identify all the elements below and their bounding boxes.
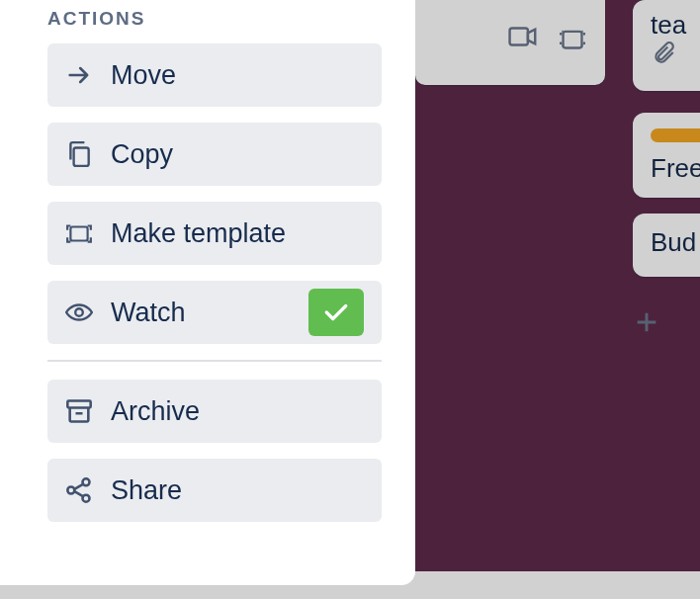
eye-icon bbox=[65, 299, 93, 326]
move-label: Move bbox=[111, 60, 176, 91]
archive-button[interactable]: Archive bbox=[47, 380, 382, 443]
share-icon bbox=[65, 476, 93, 504]
archive-icon bbox=[65, 397, 93, 425]
svg-point-8 bbox=[83, 495, 90, 502]
make-template-button[interactable]: Make template bbox=[47, 202, 382, 265]
arrow-right-icon bbox=[65, 61, 93, 89]
watch-label: Watch bbox=[111, 298, 186, 328]
svg-rect-2 bbox=[74, 148, 89, 166]
svg-point-6 bbox=[67, 487, 74, 494]
divider bbox=[47, 360, 382, 362]
actions-heading: ACTIONS bbox=[47, 8, 386, 30]
make-template-label: Make template bbox=[111, 218, 286, 249]
copy-label: Copy bbox=[111, 139, 173, 170]
copy-button[interactable]: Copy bbox=[47, 123, 382, 186]
svg-point-4 bbox=[75, 308, 83, 316]
svg-point-7 bbox=[83, 478, 90, 485]
archive-label: Archive bbox=[111, 396, 200, 427]
svg-rect-3 bbox=[70, 227, 87, 241]
share-label: Share bbox=[111, 475, 182, 506]
svg-rect-5 bbox=[67, 401, 90, 408]
move-button[interactable]: Move bbox=[47, 43, 382, 107]
watching-indicator bbox=[308, 289, 364, 336]
copy-icon bbox=[65, 140, 93, 168]
template-icon bbox=[65, 219, 93, 247]
share-button[interactable]: Share bbox=[47, 459, 382, 522]
watch-button[interactable]: Watch bbox=[47, 281, 382, 344]
card-actions-panel: ACTIONS Move Copy Make template Watch Ar… bbox=[0, 0, 415, 585]
